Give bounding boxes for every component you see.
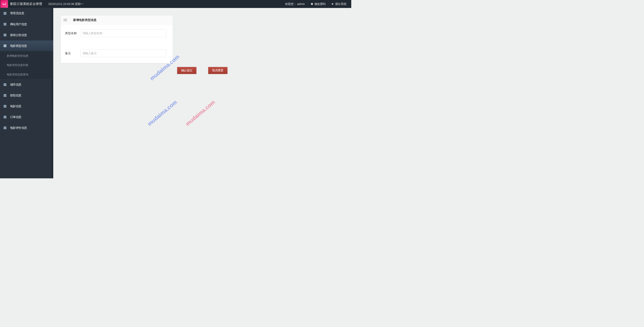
grid-icon: [4, 23, 6, 26]
sidebar-item-label: 电影信息: [10, 104, 22, 108]
svg-rect-7: [5, 24, 6, 26]
sidebar-item-news[interactable]: 新闻公告信息: [0, 30, 53, 40]
svg-rect-28: [5, 128, 6, 129]
change-password-label: 修改密码: [314, 2, 326, 6]
logout-button[interactable]: 退出系统: [328, 0, 351, 8]
svg-rect-13: [5, 46, 6, 47]
svg-rect-23: [4, 116, 5, 118]
svg-rect-17: [4, 94, 5, 97]
svg-rect-21: [5, 105, 6, 106]
grid-icon: [4, 12, 6, 15]
sidebar-item-label: 订单信息: [10, 115, 22, 119]
svg-rect-16: [5, 85, 6, 86]
svg-rect-24: [5, 116, 6, 117]
svg-rect-10: [5, 35, 6, 36]
svg-rect-2: [4, 12, 5, 15]
app-logo-icon: [0, 0, 8, 8]
svg-rect-20: [4, 105, 5, 108]
svg-point-1: [5, 3, 6, 4]
welcome-text: 欢迎您： admin: [282, 0, 308, 8]
svg-rect-25: [5, 117, 6, 118]
type-name-label: 类型名称: [64, 31, 80, 35]
svg-rect-30: [64, 20, 67, 20]
svg-rect-14: [4, 83, 5, 86]
sidebar-item-label: 城市信息: [10, 83, 22, 87]
sidebar-item-label: 新闻公告信息: [10, 33, 27, 37]
header-timestamp: 2023/12/11 23:43:36 星期一: [48, 2, 83, 6]
logout-label: 退出系统: [335, 2, 346, 6]
form-row-name: 类型名称: [64, 30, 169, 37]
svg-rect-31: [64, 21, 67, 21]
svg-rect-15: [5, 83, 6, 85]
sidebar-item-movie-type[interactable]: 电影类型信息: [0, 40, 53, 51]
grid-icon: [4, 83, 6, 86]
svg-rect-6: [5, 23, 6, 24]
svg-rect-19: [5, 96, 6, 97]
remark-label: 备注: [64, 51, 80, 55]
header-bar: 影院订票系统后台管理 2023/12/11 23:43:36 星期一 欢迎您： …: [0, 0, 351, 8]
svg-rect-5: [4, 23, 5, 26]
grid-icon: [4, 116, 6, 119]
grid-icon: [4, 105, 6, 108]
button-row: 确认提交 取消重置: [60, 67, 344, 74]
form-row-remark: 备注: [64, 49, 169, 57]
sidebar-item-label: 网站用户信息: [10, 22, 27, 26]
svg-rect-26: [4, 127, 5, 129]
sidebar-sub-label: 电影类型信息列表: [7, 63, 28, 67]
svg-rect-4: [5, 14, 6, 15]
watermark: mudaima.com: [146, 99, 178, 127]
submit-button[interactable]: 确认提交: [177, 67, 196, 74]
grid-icon: [4, 126, 6, 130]
svg-rect-8: [4, 34, 5, 37]
panel-title: 新增电影类型信息: [73, 18, 97, 22]
grid-icon: [4, 33, 6, 37]
sidebar-sub-type-query[interactable]: › 电影类型信息查询: [0, 70, 53, 79]
sidebar-item-label: 电影类型信息: [10, 44, 27, 48]
svg-rect-9: [5, 34, 6, 35]
sidebar-item-movie[interactable]: 电影信息: [0, 101, 53, 112]
panel-header: 新增电影类型信息: [61, 16, 173, 25]
svg-rect-22: [5, 106, 6, 107]
watermark: mudaima.com: [184, 99, 216, 127]
sidebar-item-label: 管理员信息: [10, 12, 24, 15]
svg-rect-18: [5, 94, 6, 95]
form-panel: 新增电影类型信息 类型名称 备注: [60, 15, 173, 63]
app-title: 影院订票系统后台管理: [10, 2, 42, 6]
sidebar-item-cinema[interactable]: 影院信息: [0, 90, 53, 101]
svg-rect-29: [64, 19, 67, 19]
grid-icon: [4, 44, 6, 47]
sidebar: 管理员信息 网站用户信息 新闻公告信息 电影类型信息 › 新增电影类型信息 › …: [0, 8, 53, 178]
reset-button[interactable]: 取消重置: [208, 67, 228, 74]
sidebar-item-city[interactable]: 城市信息: [0, 79, 53, 90]
chevron-right-icon: ›: [4, 55, 5, 57]
sidebar-item-label: 电影评价信息: [10, 126, 27, 130]
sidebar-item-users[interactable]: 网站用户信息: [0, 19, 53, 30]
logout-icon: [331, 3, 334, 5]
sidebar-item-label: 影院信息: [10, 94, 22, 97]
type-name-input[interactable]: [80, 30, 166, 37]
chevron-right-icon: ›: [4, 64, 5, 67]
sidebar-item-review[interactable]: 电影评价信息: [0, 123, 53, 133]
svg-rect-27: [5, 127, 6, 128]
main-content: 新增电影类型信息 类型名称 备注 确认提交 取消重置 mudaima.com m…: [53, 8, 351, 178]
remark-input[interactable]: [80, 49, 166, 57]
svg-point-0: [2, 3, 3, 4]
sidebar-sub-label: 电影类型信息查询: [7, 73, 28, 76]
sidebar-item-admin[interactable]: 管理员信息: [0, 8, 53, 19]
grid-icon: [4, 94, 6, 97]
sidebar-sub-label: 新增电影类型信息: [7, 54, 28, 58]
change-password-button[interactable]: 修改密码: [308, 0, 328, 8]
sidebar-sub-add-type[interactable]: › 新增电影类型信息: [0, 51, 53, 60]
sidebar-item-order[interactable]: 订单信息: [0, 112, 53, 123]
svg-rect-3: [5, 12, 6, 13]
gear-icon: [310, 3, 313, 5]
svg-rect-12: [5, 45, 6, 46]
menu-icon[interactable]: [61, 16, 70, 25]
svg-rect-11: [4, 45, 5, 47]
chevron-right-icon: ›: [4, 73, 5, 76]
sidebar-sub-type-list[interactable]: › 电影类型信息列表: [0, 61, 53, 70]
